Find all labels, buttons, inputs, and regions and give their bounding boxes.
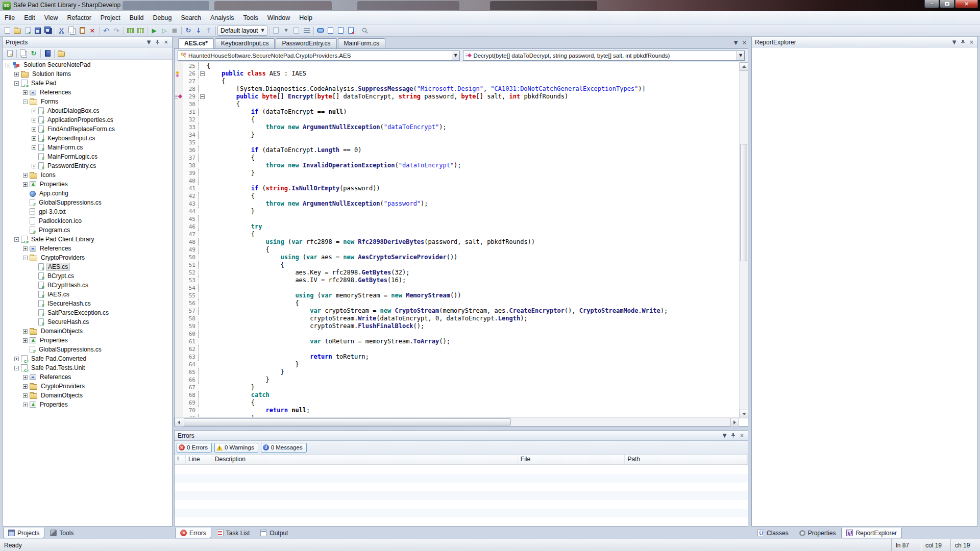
dock-tab-properties[interactable]: Properties bbox=[794, 528, 841, 538]
collapse-icon[interactable]: - bbox=[23, 256, 28, 260]
column-header-file[interactable]: File bbox=[518, 455, 625, 464]
clear-bookmarks-icon[interactable]: × bbox=[346, 26, 356, 36]
minimize-button[interactable]: – bbox=[924, 0, 939, 8]
member-navigation-combo[interactable]: Decrypt(byte[] dataToDecrypt, string pas… bbox=[463, 51, 745, 61]
expand-icon[interactable]: + bbox=[23, 246, 28, 251]
tree-item-properties[interactable]: +Properties bbox=[3, 400, 172, 409]
horizontal-scrollbar[interactable] bbox=[175, 417, 739, 426]
project-tree[interactable]: -Solution SecureNotePad+Solution Items-S… bbox=[3, 60, 172, 526]
tree-item-keyboardinput-cs[interactable]: +KeyboardInput.cs bbox=[3, 134, 172, 143]
chevron-down-icon[interactable]: ▼ bbox=[452, 51, 459, 60]
tree-item-padlockicon-ico[interactable]: PadlockIcon.ico bbox=[3, 216, 172, 226]
format-code-icon[interactable] bbox=[302, 26, 312, 36]
rebuild-icon[interactable] bbox=[135, 26, 145, 36]
tree-item-applicationproperties-cs[interactable]: +ApplicationProperties.cs bbox=[3, 115, 172, 124]
expand-icon[interactable]: + bbox=[23, 375, 28, 380]
close-button[interactable]: × bbox=[955, 0, 978, 8]
tree-item-safe-pad-client-library[interactable]: -Safe Pad Client Library bbox=[3, 235, 172, 244]
tree-item-securehash-cs[interactable]: SecureHash.cs bbox=[3, 317, 172, 327]
item-properties-icon[interactable]: ✎ bbox=[5, 48, 15, 59]
vertical-scroll-thumb[interactable] bbox=[740, 144, 747, 261]
menu-build[interactable]: Build bbox=[125, 11, 149, 24]
menu-refactor[interactable]: Refactor bbox=[63, 11, 96, 24]
build-icon[interactable] bbox=[125, 26, 135, 36]
menu-analysis[interactable]: Analysis bbox=[206, 11, 239, 24]
redo-icon[interactable]: ↷ bbox=[111, 26, 121, 36]
tree-item-safe-pad-tests-unit[interactable]: -Safe Pad.Tests.Unit bbox=[3, 363, 172, 372]
tab-passwordentry-cs[interactable]: PasswordEntry.cs bbox=[276, 38, 336, 48]
tab-mainform-cs[interactable]: MainForm.cs bbox=[338, 38, 385, 48]
step-out-icon[interactable]: ↑ bbox=[204, 26, 214, 36]
close-icon[interactable]: × bbox=[738, 432, 746, 439]
column-header-[interactable]: ! bbox=[175, 455, 186, 464]
report-explorer-content[interactable] bbox=[752, 48, 977, 526]
fold-collapse-icon[interactable] bbox=[199, 93, 207, 101]
dock-tab-classes[interactable]: Classes bbox=[752, 528, 794, 538]
expand-icon[interactable]: + bbox=[23, 173, 28, 178]
tab-list-chevron-icon[interactable]: ▼ bbox=[732, 39, 740, 46]
close-icon[interactable]: × bbox=[162, 39, 170, 46]
expand-icon[interactable]: + bbox=[32, 164, 36, 168]
run-without-debugger-icon[interactable]: ▷ bbox=[159, 26, 169, 36]
tree-item-bcrypt-cs[interactable]: BCrypt.cs bbox=[3, 271, 172, 281]
refresh-icon[interactable]: ↻ bbox=[29, 48, 39, 59]
open-containing-folder-icon[interactable] bbox=[56, 48, 66, 59]
layout-selector[interactable]: Default layout ▼ bbox=[217, 26, 267, 36]
toggle-bookmark-icon[interactable] bbox=[326, 26, 336, 36]
tree-item-mainform-cs[interactable]: +MainForm.cs bbox=[3, 143, 172, 152]
tree-item-properties[interactable]: +Properties bbox=[3, 336, 172, 345]
cut-icon[interactable] bbox=[57, 26, 67, 36]
undo-icon[interactable]: ↶ bbox=[101, 26, 111, 36]
next-bookmark-icon[interactable] bbox=[291, 26, 302, 36]
expand-icon[interactable]: + bbox=[23, 403, 28, 407]
tree-item-mainformlogic-cs[interactable]: MainFormLogic.cs bbox=[3, 152, 172, 161]
scroll-up-icon[interactable] bbox=[740, 62, 748, 71]
expand-icon[interactable]: + bbox=[23, 90, 28, 95]
step-into-icon[interactable]: ↓ bbox=[193, 26, 204, 36]
tree-item-isecurehash-cs[interactable]: ISecureHash.cs bbox=[3, 299, 172, 308]
dock-tab-projects[interactable]: Projects bbox=[3, 528, 44, 538]
tree-item-globalsuppressions-cs[interactable]: GlobalSuppressions.cs bbox=[3, 345, 172, 354]
tree-item-icons[interactable]: +Icons bbox=[3, 170, 172, 180]
tree-item-safe-pad[interactable]: -Safe Pad bbox=[3, 79, 172, 88]
fold-box[interactable] bbox=[200, 94, 205, 99]
tree-item-references[interactable]: +References bbox=[3, 88, 172, 97]
copy-icon[interactable] bbox=[67, 26, 77, 36]
expand-icon[interactable]: + bbox=[32, 127, 36, 132]
collapse-icon[interactable]: - bbox=[14, 366, 19, 370]
expand-icon[interactable]: + bbox=[23, 329, 28, 334]
run-icon[interactable]: ▶ bbox=[149, 26, 159, 36]
menu-debug[interactable]: Debug bbox=[149, 11, 177, 24]
scroll-right-icon[interactable] bbox=[730, 418, 739, 427]
errors-table-body[interactable] bbox=[175, 465, 748, 526]
search-icon[interactable] bbox=[360, 26, 370, 36]
expand-icon[interactable]: + bbox=[32, 145, 36, 150]
dock-tab-tools[interactable]: Tools bbox=[45, 528, 79, 538]
column-header-line[interactable]: Line bbox=[186, 455, 212, 464]
goto-bookmark-icon[interactable] bbox=[336, 26, 346, 36]
menu-window[interactable]: Window bbox=[263, 11, 295, 24]
attach-debugger-icon[interactable]: ↻ bbox=[183, 26, 193, 36]
tree-item-program-cs[interactable]: Program.cs bbox=[3, 226, 172, 235]
paste-icon[interactable] bbox=[77, 26, 87, 36]
fold-box[interactable] bbox=[200, 71, 205, 76]
tab-aes-cs[interactable]: AES.cs* bbox=[178, 38, 214, 48]
tree-item-references[interactable]: +References bbox=[3, 372, 172, 382]
scroll-left-icon[interactable] bbox=[175, 418, 183, 427]
dock-tab-errors[interactable]: Errors bbox=[175, 528, 211, 538]
filter-0-messages[interactable]: i0 Messages bbox=[261, 443, 307, 453]
save-all-icon[interactable] bbox=[43, 26, 53, 36]
expand-icon[interactable]: + bbox=[23, 393, 28, 398]
tree-item-properties[interactable]: +Properties bbox=[3, 180, 172, 189]
collapse-icon[interactable]: - bbox=[23, 99, 28, 104]
tree-item-globalsuppressions-cs[interactable]: GlobalSuppressions.cs bbox=[3, 198, 172, 207]
tree-item-cryptoproviders[interactable]: +CryptoProviders bbox=[3, 382, 172, 391]
tree-item-aboutdialogbox-cs[interactable]: +AboutDialogBox.cs bbox=[3, 106, 172, 115]
tree-item-bcrypthash-cs[interactable]: BCryptHash.cs bbox=[3, 281, 172, 290]
open-with-icon[interactable]: ➧ bbox=[22, 26, 33, 36]
expand-icon[interactable]: + bbox=[14, 357, 19, 361]
tree-item-app-config[interactable]: App.config bbox=[3, 189, 172, 198]
tree-item-solution-securenotepad[interactable]: -Solution SecureNotePad bbox=[3, 60, 172, 69]
bookmark-menu-icon[interactable]: ▼ bbox=[281, 26, 291, 36]
fold-collapse-icon[interactable] bbox=[199, 70, 207, 78]
